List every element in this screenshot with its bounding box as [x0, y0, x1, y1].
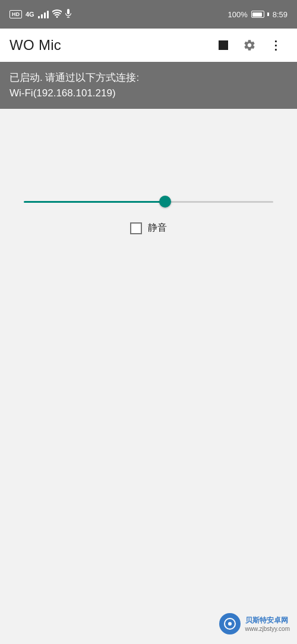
status-bar-left: HD 4G — [10, 9, 71, 20]
watermark-logo-inner — [224, 618, 236, 630]
watermark: 贝斯特安卓网 www.zjbstyy.com — [219, 613, 290, 634]
gear-icon — [243, 39, 256, 52]
mute-checkbox[interactable] — [130, 222, 142, 234]
settings-button[interactable] — [238, 33, 261, 57]
more-icon: ⋮ — [270, 38, 282, 52]
app-title: WO Mic — [10, 37, 61, 54]
main-content: 静音 — [0, 109, 297, 258]
slider-area: 静音 — [0, 121, 297, 246]
watermark-site-url: www.zjbstyy.com — [245, 626, 290, 632]
signal-icon — [38, 10, 49, 18]
watermark-logo — [219, 613, 241, 634]
watermark-text: 贝斯特安卓网 www.zjbstyy.com — [245, 615, 290, 632]
4g-icon: 4G — [26, 11, 34, 18]
mute-container[interactable]: 静音 — [130, 222, 167, 234]
volume-slider-container — [24, 192, 273, 211]
info-banner: 已启动. 请通过以下方式连接: Wi-Fi(192.168.101.219) — [0, 62, 297, 109]
app-bar-actions: ⋮ — [211, 33, 287, 57]
status-bar-right: 100% 8:59 — [228, 10, 287, 19]
svg-rect-0 — [67, 9, 69, 14]
wifi-icon — [52, 10, 62, 20]
mic-status-icon — [65, 9, 71, 20]
clock: 8:59 — [273, 10, 287, 19]
status-bar: HD 4G 100% 8:59 — [0, 0, 297, 29]
watermark-logo-dot — [228, 622, 232, 626]
volume-slider[interactable] — [24, 201, 273, 203]
stop-button[interactable] — [211, 33, 235, 57]
watermark-site-name: 贝斯特安卓网 — [245, 615, 290, 626]
battery-icon — [251, 11, 269, 18]
battery-percentage: 100% — [228, 10, 247, 19]
app-bar: WO Mic ⋮ — [0, 29, 297, 62]
mute-label: 静音 — [148, 222, 167, 234]
more-button[interactable]: ⋮ — [264, 33, 287, 57]
info-text: 已启动. 请通过以下方式连接: Wi-Fi(192.168.101.219) — [10, 70, 287, 100]
hd-badge: HD — [10, 10, 22, 18]
stop-icon — [219, 40, 228, 50]
info-message: 已启动. 请通过以下方式连接: Wi-Fi(192.168.101.219) — [10, 72, 139, 99]
